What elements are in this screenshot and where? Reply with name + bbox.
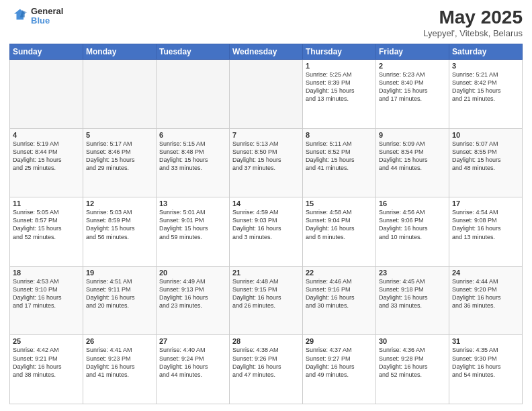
day-info: Sunrise: 4:38 AMSunset: 9:26 PMDaylight:…	[232, 346, 300, 379]
day-number: 6	[159, 131, 226, 139]
logo-line2: Blue	[31, 16, 63, 26]
day-cell: 22Sunrise: 4:46 AMSunset: 9:16 PMDayligh…	[303, 266, 376, 335]
day-number: 12	[86, 199, 153, 208]
day-number: 28	[232, 337, 300, 345]
day-info: Sunrise: 4:40 AMSunset: 9:24 PMDaylight:…	[159, 346, 226, 379]
day-info: Sunrise: 4:48 AMSunset: 9:15 PMDaylight:…	[232, 277, 300, 310]
day-info: Sunrise: 4:58 AMSunset: 9:04 PMDaylight:…	[306, 208, 373, 241]
day-cell: 20Sunrise: 4:49 AMSunset: 9:13 PMDayligh…	[157, 266, 230, 335]
day-info: Sunrise: 4:56 AMSunset: 9:06 PMDaylight:…	[379, 208, 446, 241]
week-row-1: 1Sunrise: 5:25 AMSunset: 8:39 PMDaylight…	[10, 60, 523, 129]
col-sunday: Sunday	[10, 44, 83, 60]
day-cell: 10Sunrise: 5:07 AMSunset: 8:55 PMDayligh…	[449, 128, 523, 197]
col-friday: Friday	[376, 44, 449, 60]
day-info: Sunrise: 4:53 AMSunset: 9:10 PMDaylight:…	[13, 277, 80, 310]
day-info: Sunrise: 5:23 AMSunset: 8:40 PMDaylight:…	[379, 71, 446, 103]
day-info: Sunrise: 5:19 AMSunset: 8:44 PMDaylight:…	[13, 140, 80, 173]
day-cell: 30Sunrise: 4:36 AMSunset: 9:28 PMDayligh…	[376, 335, 449, 404]
day-info: Sunrise: 5:11 AMSunset: 8:52 PMDaylight:…	[306, 140, 373, 173]
day-cell: 18Sunrise: 4:53 AMSunset: 9:10 PMDayligh…	[10, 266, 83, 335]
day-number: 17	[452, 199, 519, 208]
week-row-5: 25Sunrise: 4:42 AMSunset: 9:21 PMDayligh…	[10, 335, 523, 404]
col-thursday: Thursday	[303, 44, 376, 60]
day-cell: 31Sunrise: 4:35 AMSunset: 9:30 PMDayligh…	[449, 335, 523, 404]
day-info: Sunrise: 4:51 AMSunset: 9:11 PMDaylight:…	[86, 277, 153, 310]
day-cell: 12Sunrise: 5:03 AMSunset: 8:59 PMDayligh…	[83, 197, 157, 267]
day-number: 8	[306, 131, 373, 139]
day-info: Sunrise: 5:03 AMSunset: 8:59 PMDaylight:…	[86, 208, 153, 241]
day-number: 14	[232, 199, 300, 208]
day-number: 29	[306, 337, 373, 345]
day-number: 24	[452, 269, 519, 277]
day-info: Sunrise: 4:44 AMSunset: 9:20 PMDaylight:…	[452, 277, 519, 310]
day-number: 30	[379, 337, 446, 345]
calendar-subtitle: Lyepyel', Vitebsk, Belarus	[423, 28, 523, 38]
day-number: 2	[379, 62, 446, 70]
day-number: 7	[232, 131, 300, 139]
calendar-header-row: Sunday Monday Tuesday Wednesday Thursday…	[10, 44, 523, 60]
col-tuesday: Tuesday	[157, 44, 230, 60]
day-cell: 8Sunrise: 5:11 AMSunset: 8:52 PMDaylight…	[303, 128, 376, 197]
calendar-table: Sunday Monday Tuesday Wednesday Thursday…	[9, 44, 523, 404]
day-cell: 14Sunrise: 4:59 AMSunset: 9:03 PMDayligh…	[230, 197, 303, 267]
day-number: 19	[86, 269, 153, 277]
day-cell: 15Sunrise: 4:58 AMSunset: 9:04 PMDayligh…	[303, 197, 376, 267]
day-number: 23	[379, 269, 446, 277]
day-number: 22	[306, 269, 373, 277]
day-info: Sunrise: 5:21 AMSunset: 8:42 PMDaylight:…	[452, 71, 519, 103]
day-cell: 19Sunrise: 4:51 AMSunset: 9:11 PMDayligh…	[83, 266, 157, 335]
logo: General Blue	[9, 7, 63, 26]
day-cell: 5Sunrise: 5:17 AMSunset: 8:46 PMDaylight…	[83, 128, 157, 197]
day-cell	[10, 60, 83, 129]
day-cell: 29Sunrise: 4:37 AMSunset: 9:27 PMDayligh…	[303, 335, 376, 404]
day-info: Sunrise: 4:36 AMSunset: 9:28 PMDaylight:…	[379, 346, 446, 379]
day-info: Sunrise: 4:45 AMSunset: 9:18 PMDaylight:…	[379, 277, 446, 310]
logo-icon	[9, 7, 28, 26]
day-info: Sunrise: 4:37 AMSunset: 9:27 PMDaylight:…	[306, 346, 373, 379]
day-number: 1	[306, 62, 373, 70]
day-cell: 7Sunrise: 5:13 AMSunset: 8:50 PMDaylight…	[230, 128, 303, 197]
day-info: Sunrise: 5:01 AMSunset: 9:01 PMDaylight:…	[159, 208, 226, 241]
day-cell: 24Sunrise: 4:44 AMSunset: 9:20 PMDayligh…	[449, 266, 523, 335]
day-cell: 16Sunrise: 4:56 AMSunset: 9:06 PMDayligh…	[376, 197, 449, 267]
day-info: Sunrise: 4:35 AMSunset: 9:30 PMDaylight:…	[452, 346, 519, 379]
day-cell: 23Sunrise: 4:45 AMSunset: 9:18 PMDayligh…	[376, 266, 449, 335]
week-row-2: 4Sunrise: 5:19 AMSunset: 8:44 PMDaylight…	[10, 128, 523, 197]
day-cell: 21Sunrise: 4:48 AMSunset: 9:15 PMDayligh…	[230, 266, 303, 335]
day-info: Sunrise: 4:41 AMSunset: 9:23 PMDaylight:…	[86, 346, 153, 379]
logo-line1: General	[31, 7, 63, 16]
day-cell: 17Sunrise: 4:54 AMSunset: 9:08 PMDayligh…	[449, 197, 523, 267]
day-cell: 25Sunrise: 4:42 AMSunset: 9:21 PMDayligh…	[10, 335, 83, 404]
day-info: Sunrise: 5:09 AMSunset: 8:54 PMDaylight:…	[379, 140, 446, 173]
day-info: Sunrise: 4:54 AMSunset: 9:08 PMDaylight:…	[452, 208, 519, 241]
day-cell: 1Sunrise: 5:25 AMSunset: 8:39 PMDaylight…	[303, 60, 376, 129]
day-number: 3	[452, 62, 519, 70]
day-info: Sunrise: 5:15 AMSunset: 8:48 PMDaylight:…	[159, 140, 226, 173]
col-wednesday: Wednesday	[230, 44, 303, 60]
day-info: Sunrise: 5:05 AMSunset: 8:57 PMDaylight:…	[13, 208, 80, 241]
calendar-title: May 2025	[423, 7, 523, 28]
day-number: 25	[13, 337, 80, 345]
day-cell: 9Sunrise: 5:09 AMSunset: 8:54 PMDaylight…	[376, 128, 449, 197]
day-cell: 27Sunrise: 4:40 AMSunset: 9:24 PMDayligh…	[157, 335, 230, 404]
day-number: 13	[159, 199, 226, 208]
day-number: 11	[13, 199, 80, 208]
header: General Blue May 2025 Lyepyel', Vitebsk,…	[9, 7, 523, 38]
day-cell: 3Sunrise: 5:21 AMSunset: 8:42 PMDaylight…	[449, 60, 523, 129]
day-info: Sunrise: 4:49 AMSunset: 9:13 PMDaylight:…	[159, 277, 226, 310]
day-number: 10	[452, 131, 519, 139]
day-cell: 4Sunrise: 5:19 AMSunset: 8:44 PMDaylight…	[10, 128, 83, 197]
col-monday: Monday	[83, 44, 157, 60]
page: General Blue May 2025 Lyepyel', Vitebsk,…	[0, 0, 532, 411]
week-row-3: 11Sunrise: 5:05 AMSunset: 8:57 PMDayligh…	[10, 197, 523, 267]
week-row-4: 18Sunrise: 4:53 AMSunset: 9:10 PMDayligh…	[10, 266, 523, 335]
logo-text: General Blue	[31, 7, 63, 26]
title-block: May 2025 Lyepyel', Vitebsk, Belarus	[423, 7, 523, 38]
day-cell: 6Sunrise: 5:15 AMSunset: 8:48 PMDaylight…	[157, 128, 230, 197]
day-cell: 2Sunrise: 5:23 AMSunset: 8:40 PMDaylight…	[376, 60, 449, 129]
day-cell: 11Sunrise: 5:05 AMSunset: 8:57 PMDayligh…	[10, 197, 83, 267]
day-number: 21	[232, 269, 300, 277]
day-number: 18	[13, 269, 80, 277]
day-number: 31	[452, 337, 519, 345]
day-info: Sunrise: 5:25 AMSunset: 8:39 PMDaylight:…	[306, 71, 373, 103]
